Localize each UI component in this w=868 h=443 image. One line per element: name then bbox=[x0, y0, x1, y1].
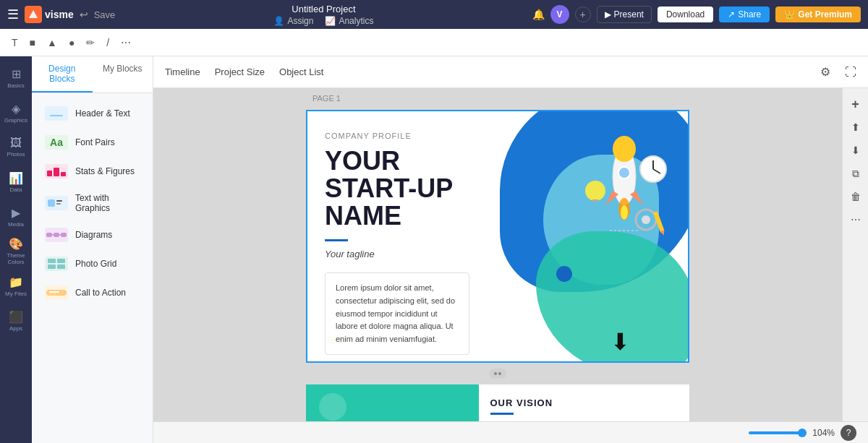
align-top-button[interactable]: ⬆ bbox=[846, 117, 866, 137]
slide-scroll-handle[interactable] bbox=[489, 369, 506, 379]
expand-icon[interactable]: ⛶ bbox=[845, 66, 856, 79]
sidebar-item-graphics[interactable]: ◈ Graphics bbox=[3, 97, 29, 129]
svg-rect-12 bbox=[57, 264, 65, 269]
theme-colors-label: Theme Colors bbox=[3, 253, 29, 266]
page-label: PAGE 1 bbox=[312, 94, 341, 103]
pen-tool[interactable]: ✏ bbox=[83, 34, 98, 51]
design-blocks-panel: Design Blocks My Blocks Header & Text Aa… bbox=[32, 56, 153, 443]
sidebar-item-apps[interactable]: ⬛ Apps bbox=[3, 305, 29, 337]
svg-rect-3 bbox=[56, 203, 61, 205]
rocket-illustration bbox=[566, 119, 682, 263]
delete-button[interactable]: 🗑 bbox=[846, 186, 866, 207]
svg-rect-9 bbox=[48, 259, 56, 263]
sidebar-item-data[interactable]: 📊 Data bbox=[3, 166, 29, 198]
list-item-header-text[interactable]: Header & Text bbox=[36, 100, 148, 126]
notification-button[interactable]: 🔔 bbox=[532, 9, 545, 20]
more-options-button[interactable]: ⋯ bbox=[846, 210, 866, 230]
help-button[interactable]: ? bbox=[841, 425, 856, 441]
svg-point-20 bbox=[618, 167, 630, 179]
slide-2[interactable]: ≋≋ OUR VISION Lorem ipsum dolor sit amet… bbox=[306, 384, 689, 421]
timeline-tab[interactable]: Timeline bbox=[165, 64, 200, 80]
top-bar: ☰ visme ↩ Save Untitled Project 👤 Assign… bbox=[0, 0, 868, 29]
menu-button[interactable]: ☰ bbox=[7, 7, 19, 22]
top-bar-left: ☰ visme ↩ Save bbox=[7, 6, 115, 23]
header-text-label: Header & Text bbox=[75, 108, 130, 119]
call-to-action-label: Call to Action bbox=[75, 288, 126, 298]
list-item-diagrams[interactable]: Diagrams bbox=[36, 222, 148, 248]
add-user-button[interactable]: + bbox=[575, 7, 591, 22]
visme-logo: visme bbox=[25, 6, 74, 23]
media-label: Media bbox=[8, 222, 24, 228]
diagrams-label: Diagrams bbox=[75, 230, 112, 240]
svg-rect-28 bbox=[592, 199, 598, 202]
project-size-tab[interactable]: Project Size bbox=[215, 64, 265, 80]
undo-button[interactable]: ↩ bbox=[80, 9, 88, 20]
avatar[interactable]: V bbox=[550, 5, 569, 24]
theme-colors-icon: 🎨 bbox=[9, 237, 23, 251]
tab-my-blocks[interactable]: My Blocks bbox=[93, 56, 153, 93]
zoom-slider-thumb[interactable] bbox=[798, 429, 807, 437]
svg-point-22 bbox=[621, 205, 628, 220]
premium-button[interactable]: 👑 Get Premium bbox=[775, 7, 861, 22]
line-tool[interactable]: / bbox=[103, 34, 112, 51]
basics-label: Basics bbox=[7, 83, 25, 90]
svg-point-27 bbox=[585, 181, 605, 201]
blue-line-divider bbox=[325, 239, 348, 241]
sidebar-item-media[interactable]: ▶ Media bbox=[3, 201, 29, 233]
sidebar-item-photos[interactable]: 🖼 Photos bbox=[3, 132, 29, 163]
present-button[interactable]: ▶ Present bbox=[597, 6, 652, 23]
list-item-stats[interactable]: Stats & Figures bbox=[36, 158, 148, 184]
zoom-percent: 104% bbox=[812, 428, 835, 438]
zoom-in-button[interactable]: + bbox=[846, 94, 866, 114]
my-files-icon: 📁 bbox=[9, 275, 23, 289]
text-graphics-icon bbox=[45, 196, 68, 210]
copy-button[interactable]: ⧉ bbox=[846, 163, 866, 184]
analytics-icon: 📈 bbox=[325, 16, 336, 26]
settings-icon[interactable]: ⚙ bbox=[820, 65, 830, 79]
analytics-button[interactable]: 📈 Analytics bbox=[325, 16, 373, 26]
svg-rect-2 bbox=[56, 200, 62, 202]
sidebar-item-my-files[interactable]: 📁 My Files bbox=[3, 270, 29, 302]
assign-button[interactable]: 👤 Assign bbox=[273, 16, 313, 26]
list-item-photo-grid[interactable]: Photo Grid bbox=[36, 251, 148, 277]
list-item-text-graphics[interactable]: Text with Graphics bbox=[36, 187, 148, 219]
svg-point-35 bbox=[498, 372, 501, 375]
photos-label: Photos bbox=[7, 152, 25, 158]
call-to-action-icon bbox=[45, 285, 68, 300]
svg-rect-11 bbox=[48, 264, 56, 269]
left-sidebar: ⊞ Basics ◈ Graphics 🖼 Photos 📊 Data ▶ Me… bbox=[0, 56, 32, 443]
present-label: Present bbox=[614, 9, 644, 20]
canvas-scroll[interactable]: PAGE 1 COMPANY PROFILE YOURSTART-UPNAME … bbox=[153, 88, 842, 421]
header-text-icon bbox=[45, 106, 68, 121]
svg-rect-14 bbox=[49, 291, 59, 293]
object-list-tab[interactable]: Object List bbox=[279, 64, 323, 80]
graphics-label: Graphics bbox=[4, 118, 27, 124]
our-vision-label: OUR VISION bbox=[490, 397, 678, 408]
stats-label: Stats & Figures bbox=[75, 166, 135, 176]
vision-text: Lorem ipsum dolor sit amet, consectetur … bbox=[490, 421, 678, 421]
slide-1[interactable]: COMPANY PROFILE YOURSTART-UPNAME Your ta… bbox=[306, 110, 689, 363]
text-graphics-label: Text with Graphics bbox=[75, 193, 140, 213]
my-files-label: My Files bbox=[5, 291, 27, 298]
circle-shape-tool[interactable]: ● bbox=[66, 34, 77, 51]
sidebar-item-theme-colors[interactable]: 🎨 Theme Colors bbox=[3, 236, 29, 267]
share-label: Share bbox=[738, 9, 761, 20]
triangle-shape-tool[interactable]: ▲ bbox=[44, 34, 60, 51]
svg-marker-0 bbox=[29, 10, 38, 18]
sidebar-item-basics[interactable]: ⊞ Basics bbox=[3, 62, 29, 94]
download-button[interactable]: Download bbox=[658, 7, 713, 22]
main-layout: ⊞ Basics ◈ Graphics 🖼 Photos 📊 Data ▶ Me… bbox=[0, 56, 868, 443]
square-shape-tool[interactable]: ■ bbox=[27, 34, 38, 51]
more-tools-button[interactable]: ⋯ bbox=[118, 34, 134, 51]
tab-design-blocks[interactable]: Design Blocks bbox=[32, 56, 93, 93]
assign-label: Assign bbox=[287, 16, 313, 26]
save-button[interactable]: Save bbox=[94, 9, 116, 20]
align-bottom-button[interactable]: ⬇ bbox=[846, 140, 866, 160]
share-button[interactable]: ↗ Share bbox=[719, 7, 770, 22]
zoom-slider[interactable] bbox=[749, 431, 807, 434]
analytics-label: Analytics bbox=[339, 16, 373, 26]
text-tool[interactable]: T bbox=[9, 34, 21, 51]
list-item-font-pairs[interactable]: Aa Font Pairs bbox=[36, 129, 148, 155]
list-item-call-to-action[interactable]: Call to Action bbox=[36, 280, 148, 306]
photo-grid-icon bbox=[45, 257, 68, 271]
